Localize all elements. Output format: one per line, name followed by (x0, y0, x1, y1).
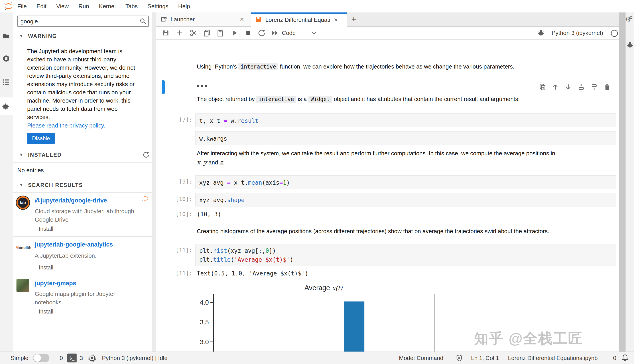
y-tick-label: 4.0 (191, 299, 209, 306)
duplicate-cell-icon[interactable] (539, 83, 546, 91)
menu-tabs[interactable]: Tabs (125, 3, 138, 10)
interrupt-kernel-icon[interactable] (244, 29, 252, 37)
paste-cells-icon[interactable] (216, 29, 224, 37)
search-results-collapse-caret[interactable]: ▾ (20, 182, 23, 188)
markdown-cell: Creating histograms of the average posit… (197, 228, 549, 235)
tab-notebook-active[interactable]: Lorenz Differential Equati × (251, 12, 347, 27)
status-bar: Simple 0 $_ 3 Python 3 (ipykernel) | Idl… (0, 352, 634, 364)
extension-manager-icon[interactable] (3, 102, 10, 110)
new-tab-icon[interactable]: + (351, 12, 356, 26)
refresh-icon[interactable] (143, 151, 150, 158)
kernel-status-icon[interactable] (611, 30, 618, 37)
extension-manager-panel: ▾ WARNING The JupyterLab development tea… (13, 12, 152, 352)
run-cell-icon[interactable] (231, 29, 238, 37)
menu-settings[interactable]: Settings (147, 3, 168, 10)
search-results-section-header[interactable]: SEARCH RESULTS (28, 182, 83, 188)
delete-cell-icon[interactable] (603, 83, 611, 91)
move-cell-up-icon[interactable] (552, 83, 559, 91)
search-icon[interactable] (140, 18, 147, 25)
tab-label[interactable]: Lorenz Differential Equati (265, 13, 333, 27)
y-tick-mark (210, 342, 213, 342)
install-button[interactable]: Install (39, 226, 53, 232)
notebook-scroll-area[interactable]: Using IPython's interactive function, we… (156, 40, 619, 352)
copy-cells-icon[interactable] (203, 29, 211, 37)
close-tab-icon[interactable]: × (240, 12, 244, 26)
simple-mode-toggle[interactable] (33, 354, 50, 362)
divider (13, 162, 152, 163)
chevron-down-icon[interactable] (312, 32, 317, 35)
menu-help[interactable]: Help (178, 3, 190, 10)
extension-name[interactable]: @jupyterlab/google-drive (35, 197, 107, 204)
menu-kernel[interactable]: Kernel (99, 3, 116, 10)
code-cell[interactable]: t, x_t = w.result (196, 114, 616, 127)
left-sidebar-rail (0, 12, 13, 352)
cell-type-dropdown[interactable]: Code (282, 27, 296, 39)
privacy-policy-link[interactable]: Please read the privacy policy. (27, 122, 105, 129)
jupyter-spinner-icon (142, 195, 149, 202)
kernel-name-button[interactable]: Python 3 (ipykernel) (552, 27, 603, 39)
dock-tab-bar: Launcher × Lorenz Differential Equati × … (156, 12, 619, 27)
insert-cell-above-icon[interactable] (577, 83, 585, 91)
debugger-panel-icon[interactable] (626, 42, 633, 48)
install-button[interactable]: Install (39, 264, 53, 271)
warning-text: The JupyterLab development team isexcite… (27, 47, 135, 121)
cut-cells-icon[interactable] (190, 29, 197, 37)
code-cell[interactable]: xyz_avg = x_t.mean(axis=1) (196, 175, 616, 189)
tab-label[interactable]: Launcher (171, 12, 233, 26)
tab-launcher[interactable]: Launcher × (156, 12, 251, 26)
panel-splitter[interactable] (152, 12, 156, 352)
menu-view[interactable]: View (56, 3, 69, 10)
file-browser-icon[interactable] (3, 32, 10, 40)
warning-section-header[interactable]: WARNING (28, 33, 57, 39)
kernel-chip-icon[interactable] (88, 354, 97, 363)
extension-description: Google maps plugin for Jupyternotebooks (35, 290, 115, 306)
disable-button[interactable]: Disable (27, 133, 55, 144)
running-sessions-icon[interactable] (3, 55, 10, 62)
bug-icon[interactable] (537, 29, 544, 36)
vertical-scrollbar[interactable] (619, 12, 625, 352)
close-tab-icon[interactable]: × (334, 13, 338, 27)
warning-collapse-caret[interactable]: ▾ (20, 33, 23, 39)
move-cell-down-icon[interactable] (564, 83, 572, 91)
markdown-cell: After interacting with the system, we ca… (197, 150, 555, 157)
extension-result-google-drive: lab @jupyterlab/google-drive Cloud stora… (13, 193, 152, 237)
jupyter-logo-icon (4, 1, 13, 11)
extension-result-gmaps: jupyter-gmaps Google maps plugin for Jup… (13, 276, 152, 323)
extension-search-box (17, 16, 149, 27)
menu-edit[interactable]: Edit (37, 3, 47, 10)
y-tick-mark (210, 322, 213, 322)
cursor-position[interactable]: Ln 1, Col 1 (471, 352, 499, 364)
input-prompt: [11]: (156, 247, 192, 254)
restart-kernel-icon[interactable] (258, 29, 265, 37)
installed-collapse-caret[interactable]: ▾ (20, 152, 23, 158)
terminal-icon[interactable]: $_ (67, 354, 77, 362)
notebook-file-icon (256, 16, 262, 23)
insert-cell-below-icon[interactable] (590, 83, 598, 91)
filename-status[interactable]: Lorenz Differential Equations.ipynb (508, 352, 598, 364)
right-sidebar-rail (625, 12, 634, 352)
save-icon[interactable] (162, 29, 170, 37)
kernel-status-text[interactable]: Python 3 (ipykernel) | Idle (102, 352, 167, 364)
trust-shield-icon[interactable] (455, 354, 463, 362)
collapsed-cell-expander[interactable]: ••• (197, 82, 209, 90)
install-button[interactable]: Install (39, 308, 53, 315)
launcher-icon (161, 16, 167, 22)
menu-file[interactable]: File (17, 3, 27, 10)
extension-name[interactable]: jupyterlab-google-analytics (35, 241, 113, 248)
output-prompt: [11]: (156, 270, 192, 276)
property-inspector-icon[interactable]: ⚙⚙ (625, 16, 634, 25)
extension-search-input[interactable] (20, 16, 137, 26)
installed-section-header[interactable]: INSTALLED (28, 152, 62, 158)
chart-title: Average x(t) (213, 284, 434, 292)
markdown-cell: x, y and z. (197, 159, 224, 166)
restart-run-all-icon[interactable] (271, 29, 279, 37)
extension-name[interactable]: jupyter-gmaps (35, 280, 76, 287)
command-mode-indicator[interactable]: Mode: Command (399, 352, 443, 364)
code-cell[interactable]: plt.hist(xyz_avg[:,0]) plt.title('Averag… (196, 244, 616, 266)
table-of-contents-icon[interactable] (3, 78, 10, 86)
insert-cell-icon[interactable] (176, 29, 183, 37)
code-cell[interactable]: w.kwargs (196, 131, 616, 145)
code-cell[interactable]: xyz_avg.shape (196, 193, 616, 206)
bell-icon[interactable] (621, 354, 629, 362)
menu-run[interactable]: Run (79, 3, 89, 10)
